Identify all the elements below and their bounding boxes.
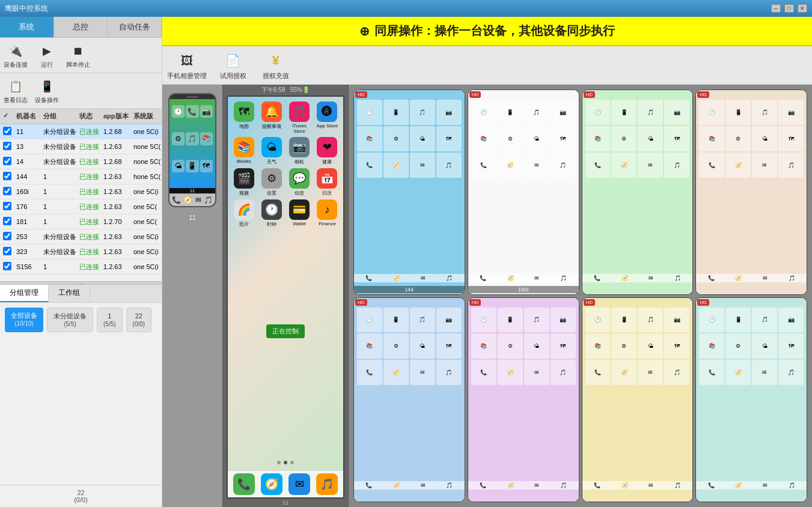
row-checkbox[interactable]: [3, 187, 11, 195]
table-row[interactable]: 13 未分组设备 已连接 1.2.63 none 5C(: [0, 139, 162, 154]
small-phone-screen: 🕐 📱 🎵 📷 📚 ⚙ 🌤 🗺 📞 🧭 ✉ 🎵 📞 🧭 ✉: [468, 90, 579, 294]
small-phone-6[interactable]: HD 🕐 📱 🎵 📷 📚 ⚙ 🌤 🗺 📞 🧭 ✉ 🎵: [582, 297, 694, 503]
view-log-button[interactable]: 📋 查看日志: [2, 77, 29, 105]
table-row[interactable]: 11 未分组设备 已连接 1.2.68 one 5C(i: [0, 124, 162, 139]
recharge-button[interactable]: ¥ 授权充值: [259, 50, 292, 80]
group-tabs: 分组管理 工作组: [0, 285, 162, 303]
window-controls[interactable]: ─ □ ✕: [771, 4, 807, 13]
tab-group-management[interactable]: 分组管理: [0, 285, 49, 302]
maximize-button[interactable]: □: [784, 4, 794, 13]
album-manage-button[interactable]: 🖼 手机相册管理: [167, 50, 207, 80]
app-icon-信息[interactable]: 💬 信息: [287, 168, 312, 196]
app-icon-相机[interactable]: 📷 相机: [287, 137, 312, 165]
table-row[interactable]: 144 1 已连接 1.2.63 hone 5C(i: [0, 169, 162, 184]
device-table: ✓ 机器名 分组 状态 app版本 系统版 11 未分组设备 已连接 1.2.6…: [0, 109, 162, 281]
hd-badge: HD: [469, 299, 481, 306]
main-layout: 系统 总控 自动任务 🔌 设备连接 ▶ 运行 ⏹ 脚本停止 📋 查看日志: [0, 17, 812, 507]
tab-control[interactable]: 总控: [54, 17, 108, 37]
status-badge: 已连接: [78, 246, 102, 258]
tab-system[interactable]: 系统: [0, 17, 54, 37]
row-checkbox[interactable]: [3, 247, 11, 255]
group-button-2[interactable]: 1(5/5): [97, 308, 123, 332]
small-phone-screen: 🕐 📱 🎵 📷 📚 ⚙ 🌤 🗺 📞 🧭 ✉ 🎵 📞 🧭 ✉: [354, 90, 465, 294]
dock-mail-icon[interactable]: ✉: [288, 473, 310, 495]
small-phone-5[interactable]: HD 🕐 📱 🎵 📷 📚 ⚙ 🌤 🗺 📞 🧭 ✉ 🎵: [468, 297, 579, 503]
app-icon-地图[interactable]: 🗺 地图: [231, 102, 256, 134]
table-row[interactable]: 160i 1 已连接 1.2.63 one 5C(i: [0, 184, 162, 199]
hd-badge: HD: [584, 91, 596, 98]
close-button[interactable]: ✕: [798, 4, 807, 13]
app-icon-照片[interactable]: 🌈 照片: [231, 199, 256, 228]
status-badge: 已连接: [78, 156, 102, 168]
device-op-icon: 📱: [37, 77, 56, 96]
row-checkbox[interactable]: [3, 142, 11, 150]
small-phone-2[interactable]: HD 🕐 📱 🎵 📷 📚 ⚙ 🌤 🗺 📞 🧭 ✉ 🎵: [582, 90, 694, 295]
table-row[interactable]: 253 未分组设备 已连接 1.2.63 one 5C(i: [0, 229, 162, 244]
minimize-button[interactable]: ─: [771, 4, 781, 13]
app-icon-iTunes-Store[interactable]: 🎵 iTunes Store: [287, 102, 312, 134]
app-icon-健康[interactable]: ❤ 健康: [315, 137, 340, 165]
row-checkbox[interactable]: [3, 127, 11, 135]
hd-badge: HD: [584, 299, 596, 306]
left-phone-number: 11: [169, 188, 215, 193]
table-row[interactable]: 323 未分组设备 已连接 1.2.63 one 5C(i: [0, 244, 162, 260]
table-row[interactable]: S156 1 已连接 1.2.63 one 5C(i: [0, 260, 162, 275]
app-icon-日历[interactable]: 📅 日历: [315, 168, 340, 196]
small-phone-7[interactable]: HD 🕐 📱 🎵 📷 📚 ⚙ 🌤 🗺 📞 🧭 ✉ 🎵: [695, 297, 807, 503]
app-icon-视频[interactable]: 🎬 视频: [231, 168, 256, 196]
phone-dock: 📞 🧭 ✉ 🎵: [228, 470, 343, 497]
app-icon-iBooks[interactable]: 📚 iBooks: [231, 137, 256, 165]
group-button-1[interactable]: 未分组设备(5/5): [47, 308, 93, 332]
small-phone-0[interactable]: HD 🕐 📱 🎵 📷 📚 ⚙ 🌤 🗺 📞 🧭 ✉ 🎵: [353, 90, 465, 295]
device-op-button[interactable]: 📱 设备操作: [34, 77, 60, 105]
script-stop-icon: ⏹: [69, 41, 88, 61]
album-icon: 🖼: [176, 50, 198, 71]
row-checkbox[interactable]: [3, 232, 11, 240]
trial-auth-button[interactable]: 📄 试用授权: [216, 50, 249, 80]
dock-safari-icon[interactable]: 🧭: [261, 473, 282, 495]
app-icon-天气[interactable]: 🌤 天气: [259, 137, 284, 165]
app-icon-时钟[interactable]: 🕐 时钟: [259, 199, 284, 228]
device-connect-button[interactable]: 🔌 设备连接: [2, 41, 29, 69]
app-icon-提醒事项[interactable]: 🔔 提醒事项: [259, 102, 284, 134]
table-row[interactable]: 176 1 已连接 1.2.63 one 5C(: [0, 199, 162, 214]
sync-banner: ⊕ 同屏操作：操作一台设备，其他设备同步执行: [162, 17, 812, 46]
phone-area: 🕐 📞 📷 ⚙ 🎵 📚 🌤 📱 🗺 11 📞 🧭: [162, 85, 812, 507]
run-icon: ▶: [37, 41, 56, 61]
left-phone-id: 11: [189, 214, 195, 221]
device-connect-icon: 🔌: [6, 41, 25, 61]
dot-2: [284, 461, 287, 464]
row-checkbox[interactable]: [3, 172, 11, 180]
script-stop-button[interactable]: ⏹ 脚本停止: [65, 41, 91, 69]
app-icon-Wallet[interactable]: 💳 Wallet: [287, 199, 312, 228]
table-row[interactable]: 14 未分组设备 已连接 1.2.68 none 5C(: [0, 154, 162, 169]
dot-3: [290, 461, 294, 464]
row-checkbox[interactable]: [3, 202, 11, 210]
small-phone-3[interactable]: HD 🕐 📱 🎵 📷 📚 ⚙ 🌤 🗺 📞 🧭 ✉ 🎵: [695, 90, 807, 295]
table-row[interactable]: 181 1 已连接 1.2.70 one 5C(: [0, 214, 162, 229]
status-badge: 已连接: [78, 126, 102, 138]
app-icon-App-Store[interactable]: 🅐 App Store: [315, 102, 340, 134]
dot-1: [277, 461, 281, 464]
small-phone-screen: 🕐 📱 🎵 📷 📚 ⚙ 🌤 🗺 📞 🧭 ✉ 🎵 📞 🧭 ✉: [696, 90, 807, 294]
app-icon-设置[interactable]: ⚙ 设置: [259, 168, 284, 196]
tab-auto[interactable]: 自动任务: [108, 17, 162, 37]
app-icon-Finance[interactable]: ♪ Finance: [315, 199, 340, 228]
small-phone-4[interactable]: HD 🕐 📱 🎵 📷 📚 ⚙ 🌤 🗺 📞 🧭 ✉ 🎵: [353, 297, 465, 503]
right-toolbar: 🖼 手机相册管理 📄 试用授权 ¥ 授权充值: [162, 46, 812, 85]
dock-phone-icon[interactable]: 📞: [233, 473, 255, 495]
row-checkbox[interactable]: [3, 157, 11, 165]
dock-music-icon[interactable]: 🎵: [316, 473, 338, 495]
run-button[interactable]: ▶ 运行: [34, 41, 60, 69]
small-phone-screen: 🕐 📱 🎵 📷 📚 ⚙ 🌤 🗺 📞 🧭 ✉ 🎵 📞 🧭 ✉: [354, 298, 465, 502]
small-phone-screen: 🕐 📱 🎵 📷 📚 ⚙ 🌤 🗺 📞 🧭 ✉ 🎵 📞 🧭 ✉: [582, 298, 693, 502]
row-checkbox[interactable]: [3, 262, 11, 270]
controlling-overlay: 正在控制: [266, 324, 305, 338]
top-tabs: 系统 总控 自动任务: [0, 17, 162, 38]
hd-badge: HD: [697, 299, 709, 306]
group-button-3[interactable]: 22(0/0): [126, 308, 152, 332]
tab-workgroup[interactable]: 工作组: [49, 285, 90, 302]
group-button-0[interactable]: 全部设备(10/10): [5, 308, 43, 332]
small-phone-1[interactable]: HD 🕐 📱 🎵 📷 📚 ⚙ 🌤 🗺 📞 🧭 ✉ 🎵: [468, 90, 579, 295]
row-checkbox[interactable]: [3, 217, 11, 225]
